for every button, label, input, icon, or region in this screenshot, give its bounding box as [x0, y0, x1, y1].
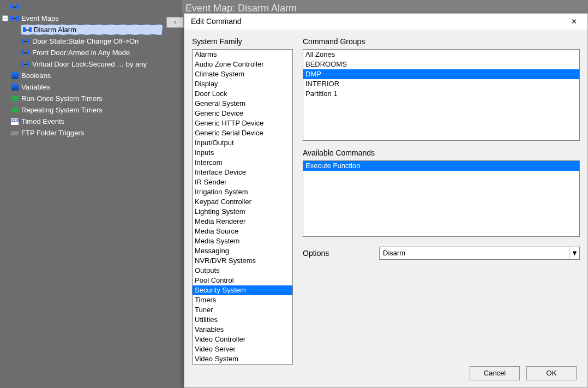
tree-item[interactable]: Disarm Alarm: [0, 24, 182, 35]
list-item[interactable]: Door Lock: [193, 89, 292, 99]
dialog-titlebar: Edit Command ✕: [184, 14, 587, 29]
edit-command-dialog: Edit Command ✕ System Family AlarmsAudio…: [184, 13, 588, 388]
list-item[interactable]: Variables: [193, 325, 292, 335]
list-item[interactable]: Media Source: [193, 226, 292, 236]
system-family-label: System Family: [192, 37, 293, 46]
list-item[interactable]: Outputs: [193, 266, 292, 276]
list-item[interactable]: Partition 1: [303, 89, 579, 99]
tree-item[interactable]: 12:00Timed Events: [0, 116, 182, 127]
variable-icon: [10, 83, 19, 92]
list-item[interactable]: Tuner: [193, 305, 292, 315]
system-family-listbox[interactable]: AlarmsAudio Zone ControllerClimate Syste…: [192, 49, 293, 365]
tree-item-label: Door State:State Change Off->On: [32, 37, 139, 45]
timer-icon: [10, 106, 19, 115]
timer-icon: [10, 94, 19, 103]
chevron-right-icon: »: [167, 17, 183, 27]
list-item[interactable]: Keypad Controller: [193, 197, 292, 207]
list-item[interactable]: Input/Output: [193, 138, 292, 148]
list-item[interactable]: Display: [193, 79, 292, 89]
list-item[interactable]: INTERIOR: [303, 79, 579, 89]
list-item[interactable]: All Zones: [303, 50, 579, 59]
tree-item[interactable]: Run-Once System Timers: [0, 93, 182, 104]
tree-item-label: Repeating System Timers: [21, 106, 103, 114]
tree-item[interactable]: Front Door:Armed in Any Mode: [0, 47, 182, 58]
list-item[interactable]: DMP: [303, 69, 579, 79]
command-groups-listbox[interactable]: All ZonesBEDROOMSDMPINTERIORPartition 1: [303, 49, 580, 141]
list-item[interactable]: Messaging: [193, 246, 292, 256]
ok-button[interactable]: OK: [526, 366, 577, 380]
options-combobox[interactable]: Disarm ▼: [379, 247, 580, 260]
close-icon: ✕: [571, 17, 577, 26]
tree-item-label: Event Maps: [21, 14, 59, 22]
list-item[interactable]: Intercom: [193, 158, 292, 168]
tree-item-label: Booleans: [21, 71, 51, 80]
list-item[interactable]: Execute Function: [303, 161, 579, 171]
tree-item-label: Variables: [21, 83, 50, 91]
tree-item-label: Disarm Alarm: [34, 26, 76, 34]
options-label: Options: [303, 249, 379, 258]
eventmap-icon: [10, 3, 19, 11]
list-item[interactable]: IR Sender: [193, 177, 292, 187]
list-item[interactable]: Irrigation System: [193, 187, 292, 197]
tree-expander[interactable]: −: [2, 15, 8, 21]
list-item[interactable]: Video Server: [193, 344, 292, 354]
list-item[interactable]: BEDROOMS: [303, 59, 579, 69]
close-button[interactable]: ✕: [566, 15, 582, 28]
eventmap-icon: [23, 26, 32, 34]
list-item[interactable]: Media System: [193, 236, 292, 246]
tree-item-label: FTP Folder Triggers: [21, 129, 84, 137]
list-item[interactable]: Video System: [193, 354, 292, 364]
ftp-icon: [10, 129, 19, 138]
list-item[interactable]: Video Controller: [193, 335, 292, 344]
list-item[interactable]: Media Renderer: [193, 217, 292, 226]
options-value: Disarm: [383, 249, 405, 257]
tree-item[interactable]: −Event Maps: [0, 13, 182, 24]
clock-icon: 12:00: [10, 117, 19, 126]
tree-item[interactable]: Variables: [0, 81, 182, 93]
list-item[interactable]: Inputs: [193, 148, 292, 158]
variable-icon: [10, 71, 19, 80]
dialog-footer: Cancel OK: [184, 365, 587, 387]
command-groups-label: Command Groups: [303, 37, 580, 46]
list-item[interactable]: Utilities: [193, 315, 292, 325]
eventmap-icon: [21, 60, 30, 69]
eventmap-icon: [10, 14, 19, 23]
list-item[interactable]: Pool Control: [193, 276, 292, 285]
list-item[interactable]: Climate System: [193, 69, 292, 79]
tree-item-label: Timed Events: [21, 117, 64, 126]
list-item[interactable]: Lighting System: [193, 207, 292, 217]
list-item[interactable]: Timers: [193, 295, 292, 305]
nav-tree[interactable]: −Event MapsDisarm AlarmDoor State:State …: [0, 0, 182, 388]
tree-item[interactable]: Virtual Door Lock:Secured … by any: [0, 58, 182, 70]
tree-item-label: Virtual Door Lock:Secured … by any: [32, 60, 147, 68]
list-item[interactable]: Generic Device: [193, 109, 292, 118]
list-item[interactable]: Generic Serial Device: [193, 128, 292, 138]
available-commands-listbox[interactable]: Execute Function: [303, 160, 580, 237]
tree-item[interactable]: Booleans: [0, 70, 182, 81]
tree-item[interactable]: Repeating System Timers: [0, 104, 182, 116]
eventmap-icon: [21, 37, 30, 46]
list-item[interactable]: General System: [193, 99, 292, 109]
tree-item-label: Run-Once System Timers: [21, 94, 103, 103]
cancel-button[interactable]: Cancel: [470, 366, 520, 380]
list-item[interactable]: Security System: [193, 285, 292, 295]
list-item[interactable]: NVR/DVR Systems: [193, 256, 292, 266]
eventmap-icon: [21, 49, 30, 57]
list-item[interactable]: Generic HTTP Device: [193, 118, 292, 128]
available-commands-label: Available Commands: [303, 148, 580, 157]
tree-item[interactable]: FTP Folder Triggers: [0, 127, 182, 139]
tree-item[interactable]: Door State:State Change Off->On: [0, 35, 182, 47]
tree-item[interactable]: [0, 1, 182, 13]
list-item[interactable]: Interface Device: [193, 168, 292, 177]
dialog-title: Edit Command: [191, 17, 242, 26]
tree-item-label: Front Door:Armed in Any Mode: [32, 49, 130, 57]
list-item[interactable]: Alarms: [193, 50, 292, 59]
list-item[interactable]: Audio Zone Controller: [193, 59, 292, 69]
chevron-down-icon: ▼: [569, 247, 579, 259]
panel-toggle[interactable]: »: [166, 17, 184, 28]
